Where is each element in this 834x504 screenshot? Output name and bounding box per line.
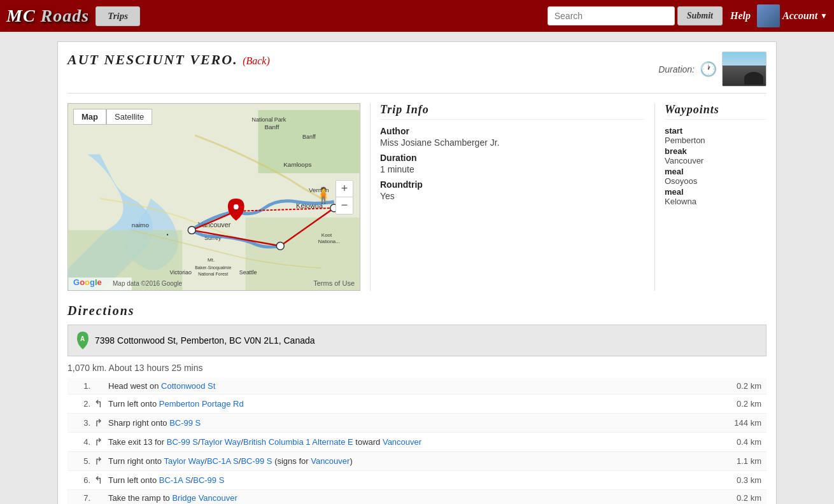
step-distance: 0.3 km	[726, 475, 761, 485]
trips-tab[interactable]: Trips	[95, 6, 140, 26]
step-distance: 0.2 km	[726, 493, 761, 503]
waypoint-name: Kelowna	[665, 197, 767, 206]
logo: MC Roads	[6, 6, 89, 26]
waypoint-name: Pemberton	[665, 136, 767, 145]
svg-text:Mt.: Mt.	[208, 257, 215, 263]
direction-row: 1. Head west on Cottonwood St 0.2 km	[67, 378, 767, 395]
direction-icon: ↱	[90, 455, 106, 467]
step-number: 4.	[73, 437, 90, 447]
divider-1	[370, 103, 371, 291]
main-content: Aut Nesciunt Vero. (Back) Duration: 🕐	[57, 41, 777, 504]
waypoint-name: Osoyoos	[665, 176, 767, 186]
help-link[interactable]: Help	[730, 10, 751, 22]
list-item: mealOsoyoos	[665, 167, 767, 186]
step-number: 1.	[73, 381, 90, 391]
directions-section: Directions A 7398 Cottonwood St, Pembert…	[67, 304, 767, 504]
svg-text:Victoriao: Victoriao	[169, 269, 192, 276]
map-container: Banff National Park Banff Kamloops Verno…	[67, 103, 360, 291]
svg-text:Koot: Koot	[322, 232, 332, 238]
direction-icon: ↰	[90, 398, 106, 410]
author-label: Author	[380, 126, 645, 136]
map-attribution: Map data ©2016 Google	[113, 280, 182, 287]
direction-row: 3. ↱ Sharp right onto BC-99 S 144 km	[67, 414, 767, 433]
step-number: 7.	[73, 493, 90, 503]
start-address: 7398 Cottonwood St, Pemberton, BC V0N 2L…	[95, 335, 315, 346]
direction-icon: ↰	[90, 474, 106, 486]
step-text: Turn right onto Taylor Way/BC-1A S/BC-99…	[106, 456, 726, 466]
step-text: Turn left onto Pemberton Portage Rd	[106, 399, 726, 409]
svg-text:naimo: naimo	[132, 221, 150, 228]
waypoints-list: startPembertonbreakVancouvermealOsoyoosm…	[665, 126, 767, 206]
thumbnail-bike	[744, 72, 763, 85]
back-link[interactable]: (Back)	[243, 55, 270, 66]
account-dropdown-icon: ▼	[820, 11, 828, 20]
list-item: startPemberton	[665, 126, 767, 145]
step-text: Head west on Cottonwood St	[106, 381, 726, 391]
step-number: 3.	[73, 418, 90, 428]
duration-area: Duration: 🕐	[658, 52, 767, 87]
svg-text:Baker-Snoqualmie: Baker-Snoqualmie	[195, 265, 231, 270]
direction-row: 7. Take the ramp to Bridge Vancouver 0.2…	[67, 490, 767, 504]
waypoint-type: meal	[665, 187, 767, 197]
direction-icon: ↱	[90, 436, 106, 448]
waypoint-type: start	[665, 126, 767, 136]
submit-button[interactable]: Submit	[677, 6, 723, 25]
step-number: 2.	[73, 399, 90, 409]
start-marker-icon: A	[76, 332, 90, 349]
map-tab-satellite[interactable]: Satellite	[106, 109, 152, 125]
direction-icon: ↱	[90, 417, 106, 429]
svg-text:A: A	[80, 335, 85, 342]
zoom-out-button[interactable]: −	[336, 197, 353, 214]
start-address-row: A 7398 Cottonwood St, Pemberton, BC V0N …	[67, 325, 767, 356]
page-header: Aut Nesciunt Vero. (Back) Duration: 🕐	[67, 52, 767, 94]
direction-row: 5. ↱ Turn right onto Taylor Way/BC-1A S/…	[67, 452, 767, 471]
svg-text:Seattle: Seattle	[239, 269, 257, 276]
list-item: mealKelowna	[665, 187, 767, 206]
svg-point-26	[276, 242, 284, 250]
duration-label: Duration:	[658, 64, 695, 74]
svg-point-25	[188, 227, 195, 234]
roundtrip-value: Yes	[380, 191, 645, 201]
pegman-icon[interactable]: 🧍	[314, 186, 333, 204]
map-controls: Map Satellite	[73, 109, 152, 125]
account-area[interactable]: Account ▼	[757, 4, 828, 27]
map-tab-map[interactable]: Map	[73, 109, 106, 125]
zoom-in-button[interactable]: +	[336, 181, 353, 197]
directions-list: 1. Head west on Cottonwood St 0.2 km 2. …	[67, 378, 767, 504]
step-text: Take the ramp to Bridge Vancouver	[106, 493, 726, 503]
content-area: Banff National Park Banff Kamloops Verno…	[67, 103, 767, 291]
svg-text:•: •	[167, 232, 169, 238]
step-distance: 0.4 km	[726, 437, 761, 447]
search-input[interactable]	[548, 6, 675, 25]
divider-2	[654, 103, 655, 291]
waypoints-title: Waypoints	[665, 103, 767, 120]
step-distance: 144 km	[726, 418, 761, 428]
svg-text:Nationa...: Nationa...	[318, 239, 340, 244]
page-title: Aut Nesciunt Vero. (Back)	[67, 52, 270, 67]
thumbnail-road	[723, 66, 766, 86]
clock-icon: 🕐	[700, 61, 717, 78]
waypoint-name: Vancouver	[665, 156, 767, 165]
map-view: Banff National Park Banff Kamloops Verno…	[67, 103, 360, 291]
svg-text:National Forest: National Forest	[198, 272, 228, 276]
list-item: breakVancouver	[665, 146, 767, 165]
map-terms[interactable]: Terms of Use	[313, 279, 355, 287]
trip-info-panel: Trip Info Author Miss Josiane Schamberge…	[380, 103, 645, 291]
direction-row: 4. ↱ Take exit 13 for BC-99 S/Taylor Way…	[67, 433, 767, 452]
step-distance: 0.2 km	[726, 381, 761, 391]
svg-text:Banff: Banff	[302, 134, 316, 140]
route-summary: 1,070 km. About 13 hours 25 mins	[67, 360, 767, 378]
page-title-area: Aut Nesciunt Vero. (Back)	[67, 52, 270, 68]
step-distance: 1.1 km	[726, 456, 761, 466]
trip-thumbnail	[722, 52, 767, 87]
duration-info-value: 1 minute	[380, 164, 645, 174]
waypoint-type: meal	[665, 167, 767, 176]
trip-info-title: Trip Info	[380, 103, 645, 120]
header: MC Roads Trips Submit Help Account ▼	[0, 0, 834, 32]
step-text: Take exit 13 for BC-99 S/Taylor Way/Brit…	[106, 437, 726, 447]
avatar	[757, 4, 780, 27]
svg-text:Kamloops: Kamloops	[283, 161, 311, 168]
account-label: Account	[782, 10, 817, 22]
step-text: Sharp right onto BC-99 S	[106, 418, 726, 428]
avatar-image	[757, 4, 780, 27]
